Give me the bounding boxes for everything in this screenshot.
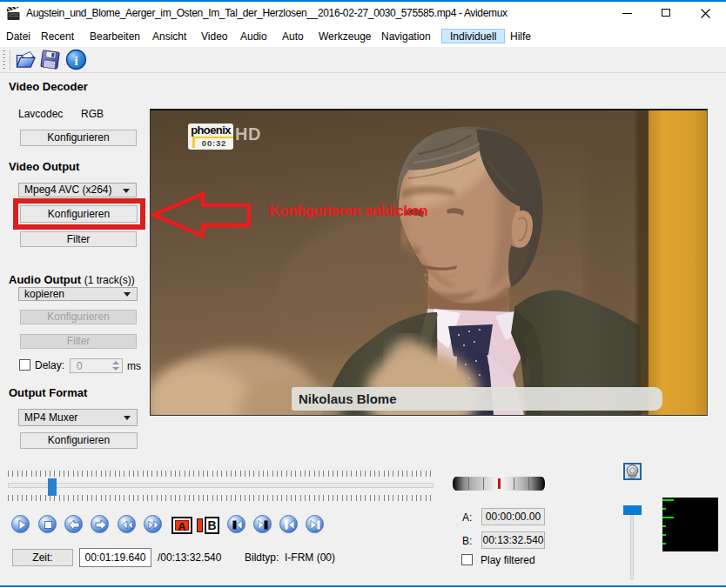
- svg-text:i: i: [74, 54, 77, 68]
